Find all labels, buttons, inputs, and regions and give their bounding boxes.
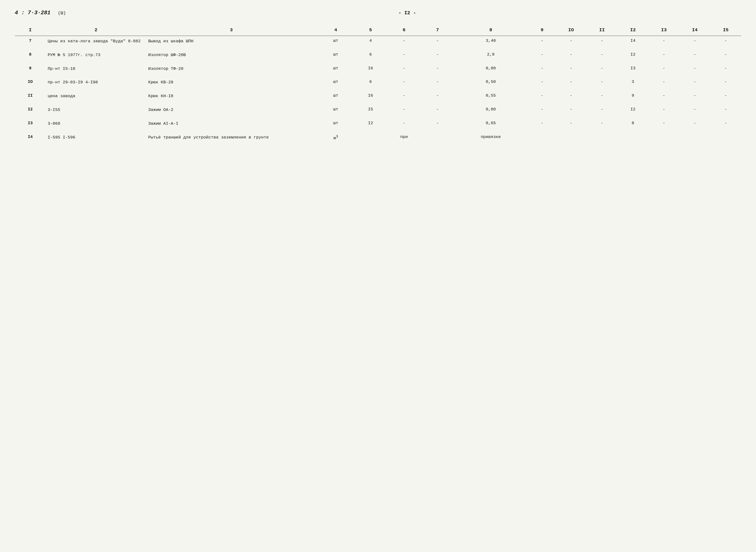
row-id: 8 <box>15 50 46 60</box>
row-data-9: - <box>529 50 556 60</box>
row-data-5: I6 <box>355 91 386 102</box>
row-data-10: - <box>556 118 587 129</box>
col-header-12: I2 <box>617 26 648 36</box>
row-data-8: привязке <box>453 132 529 143</box>
table-row: I4I-595 I-596Рытьё траншей для устройств… <box>15 132 741 143</box>
col-header-13: I3 <box>648 26 679 36</box>
row-data-6: - <box>386 36 422 47</box>
table-row: 8РУМ № 5 1977г. стр.73Изолятор ШФ-20Вшт6… <box>15 50 741 60</box>
row-data-11: - <box>587 36 617 47</box>
spacer-row <box>15 115 741 118</box>
row-data-11: - <box>587 118 617 129</box>
row-data-11: - <box>587 77 617 88</box>
row-data-12: 3 <box>617 77 648 88</box>
row-data-13: - <box>648 36 679 47</box>
row-unit: шт <box>317 118 355 129</box>
row-data-8: 0,55 <box>453 91 529 102</box>
col-header-3: 3 <box>146 26 316 36</box>
row-description: Рытьё траншей для устройства заземления … <box>146 132 316 143</box>
spacer-row <box>15 102 741 105</box>
row-data-14: - <box>679 36 711 47</box>
row-data-9: - <box>529 63 556 74</box>
main-table: I 2 3 4 5 6 7 8 9 IO II I2 I3 I4 I5 7Цен… <box>15 26 741 143</box>
page-container: 4 : 7·3·281 (Ш) - I2 - I 2 3 4 5 6 7 8 9… <box>15 10 741 143</box>
row-data-6: - <box>386 63 422 74</box>
row-data-12: 8 <box>617 118 648 129</box>
row-data-10: - <box>556 50 587 60</box>
row-id: I2 <box>15 105 46 115</box>
row-data-6: - <box>386 91 422 102</box>
row-data-14: - <box>679 63 711 74</box>
row-data-12: 9 <box>617 91 648 102</box>
row-data-6: - <box>386 77 422 88</box>
row-data-10: - <box>556 105 587 115</box>
row-ref: I-595 I-596 <box>46 132 146 143</box>
table-row: 9Пр-нт I5-10Изолятор ТФ-20штI6--0,80---I… <box>15 63 741 74</box>
row-data-7: - <box>422 77 453 88</box>
col-header-4: 4 <box>317 26 355 36</box>
page-number: - I2 - <box>73 10 741 16</box>
row-ref: 3-068 <box>46 118 146 129</box>
row-ref: Цены из ката-лога завода "Вуда" 8-882 <box>46 36 146 47</box>
row-ref: цена завода <box>46 91 146 102</box>
row-data-13: - <box>648 50 679 60</box>
row-data-9: - <box>529 118 556 129</box>
row-data-7: - <box>422 36 453 47</box>
row-unit: шт <box>317 77 355 88</box>
row-data-6: - <box>386 105 422 115</box>
row-data-15: - <box>710 36 741 47</box>
row-data-8: 0,80 <box>453 63 529 74</box>
row-data-7 <box>422 132 453 143</box>
row-data-15 <box>710 132 741 143</box>
row-data-5: I6 <box>355 63 386 74</box>
row-data-8: 0,80 <box>453 105 529 115</box>
row-description: Зажим ОА-2 <box>146 105 316 115</box>
page-header: 4 : 7·3·281 (Ш) - I2 - <box>15 10 741 16</box>
row-data-6: - <box>386 118 422 129</box>
row-data-7: - <box>422 63 453 74</box>
row-data-11: - <box>587 50 617 60</box>
row-data-14: - <box>679 118 711 129</box>
row-data-13 <box>648 132 679 143</box>
row-data-15: - <box>710 118 741 129</box>
row-data-11: - <box>587 91 617 102</box>
row-data-10: - <box>556 36 587 47</box>
row-data-11 <box>587 132 617 143</box>
row-id: 9 <box>15 63 46 74</box>
row-data-9: - <box>529 77 556 88</box>
col-header-5: 5 <box>355 26 386 36</box>
row-data-10: - <box>556 91 587 102</box>
doc-type: (Ш) <box>58 11 66 15</box>
table-row: IIцена заводаКрюк КН-I8штI6--0,55---9--- <box>15 91 741 102</box>
row-description: Крюк КВ-28 <box>146 77 316 88</box>
row-data-9 <box>529 132 556 143</box>
row-data-12: I4 <box>617 36 648 47</box>
row-ref: РУМ № 5 1977г. стр.73 <box>46 50 146 60</box>
row-description: Крюк КН-I8 <box>146 91 316 102</box>
row-data-14: - <box>679 105 711 115</box>
row-data-14: - <box>679 77 711 88</box>
row-data-9: - <box>529 105 556 115</box>
table-row: IOпр-нт 29-03-I9 4-I98Крюк КВ-28шт6--0,5… <box>15 77 741 88</box>
row-unit: шт <box>317 63 355 74</box>
col-header-6: 6 <box>386 26 422 36</box>
col-header-2: 2 <box>46 26 146 36</box>
row-ref: Пр-нт I5-10 <box>46 63 146 74</box>
row-unit: шт <box>317 50 355 60</box>
row-data-10 <box>556 132 587 143</box>
row-data-5: 4 <box>355 36 386 47</box>
row-data-14: - <box>679 50 711 60</box>
row-data-13: - <box>648 77 679 88</box>
row-data-5: I2 <box>355 118 386 129</box>
header-row: I 2 3 4 5 6 7 8 9 IO II I2 I3 I4 I5 <box>15 26 741 36</box>
row-id: I3 <box>15 118 46 129</box>
col-header-14: I4 <box>679 26 711 36</box>
col-header-1: I <box>15 26 46 36</box>
row-data-14: - <box>679 91 711 102</box>
row-data-7: - <box>422 105 453 115</box>
spacer-row <box>15 60 741 63</box>
row-data-7: - <box>422 50 453 60</box>
row-data-7: - <box>422 118 453 129</box>
row-data-8: 2,0 <box>453 50 529 60</box>
row-ref: пр-нт 29-03-I9 4-I98 <box>46 77 146 88</box>
